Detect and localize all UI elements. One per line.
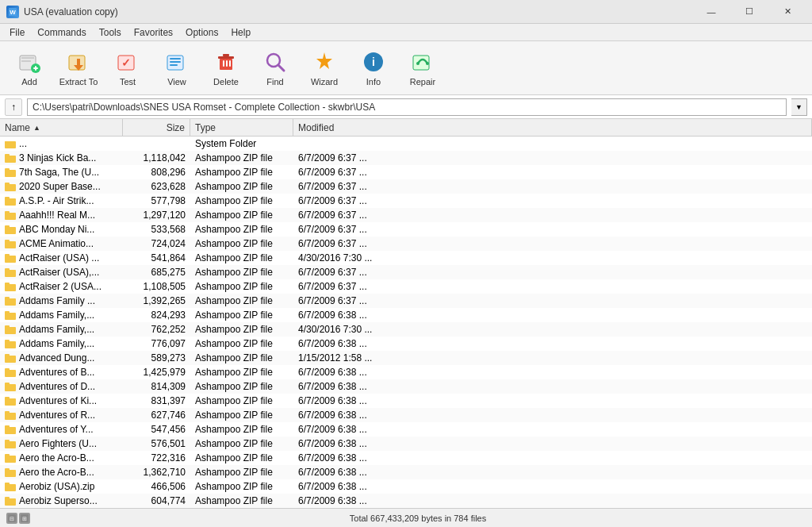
column-header-name[interactable]: Name ▲ [0,119,123,136]
extract-button[interactable]: Extract To [56,45,102,91]
table-row[interactable]: Addams Family,... 762,252 Ashampoo ZIP f… [0,322,812,337]
menu-file[interactable]: File [3,24,31,40]
up-directory-button[interactable]: ↑ [5,98,22,116]
view-button[interactable]: View [154,45,200,91]
minimize-button[interactable]: — [693,4,730,20]
info-button[interactable]: i Info [350,45,396,91]
cell-size: 589,273 [123,352,190,364]
cell-type: Ashampoo ZIP file [190,238,293,249]
column-header-type[interactable]: Type [190,119,293,136]
test-button[interactable]: ✓ Test [105,45,151,91]
menu-tools[interactable]: Tools [93,24,128,40]
cell-size: 722,316 [123,452,190,464]
file-rows[interactable]: ... System Folder 3 Ninjas Kick Ba... 1,… [0,137,812,508]
cell-size: 1,392,265 [123,295,190,306]
cell-modified: 6/7/2009 6:38 ... [293,495,812,506]
status-bar: ⊟ ⊞ Total 667,433,209 bytes in 784 files [0,508,812,527]
svg-point-28 [416,62,419,65]
repair-icon [410,49,435,75]
cell-modified: 6/7/2009 6:38 ... [293,467,812,478]
cell-modified: 6/7/2009 6:38 ... [293,338,812,349]
folder-icon [5,397,16,406]
maximize-button[interactable]: ☐ [731,4,768,20]
table-row[interactable]: Addams Family ... 1,392,265 Ashampoo ZIP… [0,294,812,308]
cell-name: 3 Ninjas Kick Ba... [0,152,123,163]
table-row[interactable]: ABC Monday Ni... 533,568 Ashampoo ZIP fi… [0,222,812,237]
table-row[interactable]: Aero the Acro-B... 1,362,710 Ashampoo ZI… [0,465,812,479]
table-row[interactable]: Aerobiz (USA).zip 466,506 Ashampoo ZIP f… [0,479,812,494]
svg-rect-13 [170,58,181,60]
table-row[interactable]: 7th Saga, The (U... 808,296 Ashampoo ZIP… [0,165,812,179]
cell-modified: 6/7/2009 6:37 ... [293,152,812,163]
folder-icon [5,240,16,248]
svg-text:W: W [10,9,16,16]
folder-icon [5,325,16,334]
close-button[interactable]: ✕ [769,4,806,20]
delete-button[interactable]: Delete [203,45,249,91]
status-icon-1: ⊟ [6,513,17,524]
cell-modified: 6/7/2009 6:37 ... [293,181,812,192]
table-row[interactable]: 3 Ninjas Kick Ba... 1,118,042 Ashampoo Z… [0,151,812,165]
table-row[interactable]: Addams Family,... 776,097 Ashampoo ZIP f… [0,337,812,351]
address-dropdown-button[interactable]: ▼ [791,98,807,116]
cell-type: Ashampoo ZIP file [190,267,293,278]
table-row[interactable]: ActRaiser (USA) ... 541,864 Ashampoo ZIP… [0,251,812,265]
cell-modified: 6/7/2009 6:37 ... [293,238,812,249]
table-row[interactable]: Adventures of D... 814,309 Ashampoo ZIP … [0,379,812,394]
table-row[interactable]: Aero Fighters (U... 576,501 Ashampoo ZIP… [0,437,812,451]
folder-icon [5,340,16,348]
svg-text:⊟: ⊟ [10,516,14,521]
cell-modified: 4/30/2016 7:30 ... [293,324,812,335]
cell-size: 627,746 [123,410,190,421]
parent-dir-icon [5,140,16,148]
cell-type: Ashampoo ZIP file [190,495,293,506]
cell-name: A.S.P. - Air Strik... [0,195,123,206]
wizard-button[interactable]: Wizard [301,45,347,91]
table-row[interactable]: ActRaiser 2 (USA... 1,108,505 Ashampoo Z… [0,279,812,294]
svg-rect-21 [229,60,231,67]
menu-commands[interactable]: Commands [31,24,92,40]
wizard-label: Wizard [311,77,338,87]
window-title: USA (evaluation copy) [24,6,118,17]
cell-name: Aerobiz (USA).zip [0,481,123,492]
cell-size: 1,108,505 [123,281,190,292]
table-row[interactable]: ActRaiser (USA),... 685,275 Ashampoo ZIP… [0,265,812,279]
cell-modified: 6/7/2009 6:38 ... [293,424,812,435]
column-header-size[interactable]: Size [123,119,190,136]
column-headers: Name ▲ Size Type Modified [0,119,812,137]
address-input[interactable] [27,98,787,116]
cell-type: Ashampoo ZIP file [190,338,293,349]
table-row[interactable]: Advanced Dung... 589,273 Ashampoo ZIP fi… [0,351,812,365]
table-row[interactable]: Adventures of R... 627,746 Ashampoo ZIP … [0,408,812,422]
menu-help[interactable]: Help [224,24,257,40]
cell-modified: 6/7/2009 6:37 ... [293,224,812,235]
cell-name: Adventures of D... [0,381,123,392]
column-header-modified[interactable]: Modified [293,119,812,136]
table-row[interactable]: A.S.P. - Air Strik... 577,798 Ashampoo Z… [0,194,812,208]
repair-button[interactable]: Repair [400,45,446,91]
table-row[interactable]: Aerobiz Superso... 604,774 Ashampoo ZIP … [0,494,812,508]
extract-label: Extract To [59,77,98,87]
svg-rect-7 [35,66,36,71]
menu-favorites[interactable]: Favorites [128,24,179,40]
svg-rect-14 [170,61,181,63]
cell-type: Ashampoo ZIP file [190,210,293,221]
table-row[interactable]: ... System Folder [0,137,812,151]
table-row[interactable]: Aero the Acro-B... 722,316 Ashampoo ZIP … [0,451,812,465]
table-row[interactable]: ACME Animatio... 724,024 Ashampoo ZIP fi… [0,237,812,251]
add-button[interactable]: Add [6,45,52,91]
table-row[interactable]: Adventures of Y... 547,456 Ashampoo ZIP … [0,422,812,437]
table-row[interactable]: 2020 Super Base... 623,628 Ashampoo ZIP … [0,179,812,194]
table-row[interactable]: Aaahh!!! Real M... 1,297,120 Ashampoo ZI… [0,208,812,222]
svg-marker-24 [316,52,332,69]
find-button[interactable]: Find [252,45,298,91]
table-row[interactable]: Adventures of Ki... 831,397 Ashampoo ZIP… [0,394,812,408]
menu-options[interactable]: Options [179,24,224,40]
status-text: Total 667,433,209 bytes in 784 files [350,514,486,523]
table-row[interactable]: Adventures of B... 1,425,979 Ashampoo ZI… [0,365,812,379]
cell-modified: 6/7/2009 6:38 ... [293,310,812,321]
folder-icon [5,354,16,363]
svg-text:i: i [372,56,375,68]
table-row[interactable]: Addams Family,... 824,293 Ashampoo ZIP f… [0,308,812,322]
cell-type: Ashampoo ZIP file [190,167,293,178]
